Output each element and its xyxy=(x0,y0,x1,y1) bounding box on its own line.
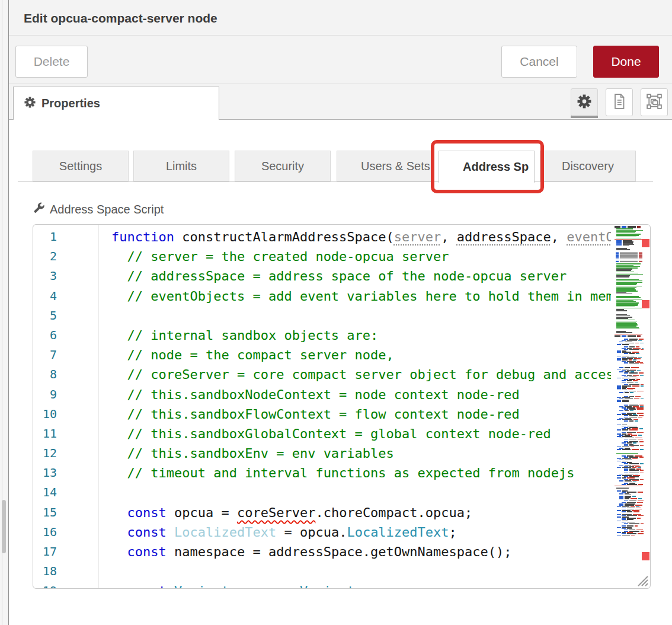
section-label-text: Address Space Script xyxy=(50,203,164,216)
code-line[interactable]: 18 xyxy=(33,562,611,581)
code-lines: 1function constructAlarmAddressSpace(ser… xyxy=(33,227,611,589)
code-line[interactable]: 13 // timeout and interval functions as … xyxy=(33,463,611,483)
page-left-strip xyxy=(0,0,9,625)
code-line[interactable]: 12 // this.sandboxEnv = env variables xyxy=(33,444,611,463)
editor-minimap[interactable] xyxy=(612,226,644,546)
code-editor[interactable]: 1function constructAlarmAddressSpace(ser… xyxy=(33,224,651,589)
code-line[interactable]: 15 const opcua = coreServer.choreCompact… xyxy=(33,503,611,522)
code-line[interactable]: 14 xyxy=(33,483,611,502)
line-number: 11 xyxy=(33,424,57,444)
properties-pane-button[interactable] xyxy=(571,88,598,116)
line-number: 8 xyxy=(33,365,57,384)
gear-icon xyxy=(577,94,591,111)
vertical-scrollbar-thumb[interactable] xyxy=(2,500,6,553)
code-line[interactable]: 16 const LocalizedText = opcua.Localized… xyxy=(33,522,611,542)
line-number: 13 xyxy=(33,463,57,483)
code-line[interactable]: 3 // addressSpace = address space of the… xyxy=(33,266,611,286)
line-number: 7 xyxy=(33,345,57,365)
tab-security[interactable]: Security xyxy=(235,151,331,181)
line-number: 9 xyxy=(33,385,57,404)
code-line[interactable]: 7 // node = the compact server node, xyxy=(33,345,611,365)
tab-discovery[interactable]: Discovery xyxy=(540,151,636,181)
dialog-title: Edit opcua-compact-server node xyxy=(24,0,217,36)
tray-header: Edit opcua-compact-server node xyxy=(9,0,672,36)
code-line[interactable]: 1function constructAlarmAddressSpace(ser… xyxy=(33,227,611,247)
wrench-icon xyxy=(33,202,45,217)
code-line[interactable]: 5 xyxy=(33,306,611,326)
error-marker xyxy=(642,239,649,247)
error-marker xyxy=(642,300,649,308)
code-line[interactable]: 6 // internal sandbox objects are: xyxy=(33,326,611,345)
line-number: 4 xyxy=(33,286,57,306)
tab-address-space[interactable]: Address Sp xyxy=(439,151,535,183)
cancel-button[interactable]: Cancel xyxy=(501,46,577,78)
line-number: 18 xyxy=(33,562,57,581)
code-line[interactable]: 2 // server = the created node-opcua ser… xyxy=(33,247,611,266)
tray-toolbar: Delete Cancel Done xyxy=(9,36,672,84)
code-line[interactable]: 17 const namespace = addressSpace.getOwn… xyxy=(33,542,611,562)
line-number: 10 xyxy=(33,404,57,424)
line-number: 6 xyxy=(33,326,57,345)
tab-settings[interactable]: Settings xyxy=(33,151,129,181)
code-line[interactable]: 19 const Variant = opcua.Variant; xyxy=(33,581,611,589)
line-number: 1 xyxy=(33,227,57,247)
appearance-pane-button[interactable] xyxy=(641,88,668,116)
code-line[interactable]: 11 // this.sandboxGlobalContext = global… xyxy=(33,424,611,444)
code-line[interactable]: 8 // coreServer = core compact server ob… xyxy=(33,365,611,384)
tab-properties-label: Properties xyxy=(41,97,100,110)
delete-button[interactable]: Delete xyxy=(15,46,88,78)
error-marker xyxy=(642,552,649,560)
code-line[interactable]: 4 // eventObjects = add event variables … xyxy=(33,286,611,306)
document-icon xyxy=(612,93,627,112)
line-number: 15 xyxy=(33,503,57,522)
line-number: 16 xyxy=(33,522,57,542)
gear-icon xyxy=(24,97,36,111)
line-number: 14 xyxy=(33,483,57,502)
editor-resize-grip[interactable] xyxy=(635,573,648,586)
line-number: 2 xyxy=(33,247,57,266)
line-number: 17 xyxy=(33,542,57,562)
tab-limits[interactable]: Limits xyxy=(133,151,229,181)
config-tabstrip: Settings Limits Security Users & Sets Ad… xyxy=(18,151,653,182)
line-number: 3 xyxy=(33,266,57,286)
line-number: 5 xyxy=(33,306,57,326)
section-label: Address Space Script xyxy=(33,202,164,217)
code-line[interactable]: 10 // this.sandboxFlowContext = flow con… xyxy=(33,404,611,424)
appearance-icon xyxy=(646,93,663,112)
code-line[interactable]: 9 // this.sandboxNodeContext = node cont… xyxy=(33,385,611,404)
tray-tab-row: Properties xyxy=(9,84,672,120)
line-number: 12 xyxy=(33,444,57,463)
line-number: 19 xyxy=(33,581,57,589)
tab-properties[interactable]: Properties xyxy=(13,87,219,120)
description-pane-button[interactable] xyxy=(606,88,633,116)
done-button[interactable]: Done xyxy=(593,46,659,78)
tab-users-and-sets[interactable]: Users & Sets xyxy=(337,151,433,181)
